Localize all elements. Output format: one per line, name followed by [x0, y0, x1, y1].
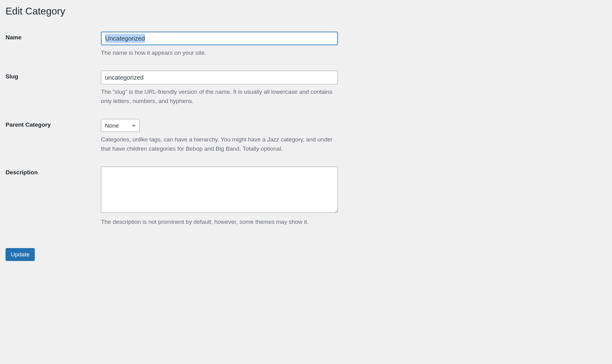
slug-input[interactable]: [101, 71, 338, 84]
parent-category-help-text: Categories, unlike tags, can have a hier…: [101, 135, 338, 153]
page-title: Edit Category: [6, 6, 428, 17]
name-input-selection: Uncategorized: [105, 34, 145, 43]
slug-label: Slug: [6, 67, 101, 115]
slug-help-text: The “slug” is the URL-friendly version o…: [101, 87, 338, 105]
edit-category-form: Name Uncategorized The name is how it ap…: [6, 28, 428, 236]
update-button[interactable]: Update: [6, 248, 35, 261]
parent-category-label: Parent Category: [6, 115, 101, 163]
parent-category-select[interactable]: None: [101, 119, 140, 132]
name-label: Name: [6, 28, 101, 67]
description-textarea[interactable]: [101, 167, 338, 213]
description-help-text: The description is not prominent by defa…: [101, 217, 338, 226]
name-input[interactable]: Uncategorized: [101, 32, 338, 45]
name-help-text: The name is how it appears on your site.: [101, 48, 338, 57]
description-label: Description: [6, 163, 101, 236]
